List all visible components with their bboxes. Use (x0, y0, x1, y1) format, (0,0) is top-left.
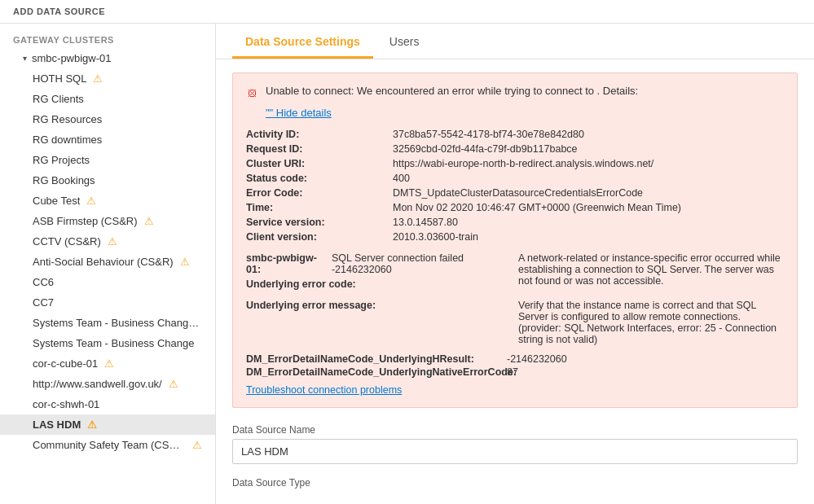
underlying-error-code-value: A network-related or instance-specific e… (518, 252, 781, 287)
underlying-error-message-value: Verify that the instance name is correct… (518, 300, 777, 345)
sidebar-item-label: RG downtimes (33, 134, 102, 146)
troubleshoot-link[interactable]: Troubleshoot connection problems (246, 384, 784, 396)
hide-details-link[interactable]: "" Hide details (266, 107, 784, 119)
sidebar-item-cube-test[interactable]: Cube Test⚠ (0, 191, 215, 211)
error-detail-label: Time: (246, 200, 393, 215)
error-detail-label: Error Code: (246, 186, 393, 200)
sidebar-item-label: RG Clients (33, 93, 84, 105)
error-detail-value: 13.0.14587.80 (393, 215, 784, 230)
error-box: ⦻ Unable to connect: We encountered an e… (232, 72, 798, 408)
sidebar-item-label: Anti-Social Behaviour (CS&R) (33, 256, 174, 268)
sidebar-item-cor-c-shwh-01[interactable]: cor-c-shwh-01 (0, 394, 215, 414)
data-source-type-field: Data Source Type (232, 477, 798, 489)
warning-icon: ⚠ (180, 256, 190, 268)
sidebar-item-label: Community Safety Team (CS&R) (33, 439, 186, 451)
dm-error-native-value: 87 (507, 366, 518, 378)
sidebar-item-label: ASB Firmstep (CS&R) (33, 215, 138, 227)
error-detail-value: DMTS_UpdateClusterDatasourceCredentialsE… (393, 186, 784, 200)
sidebar: GATEWAY CLUSTERS ▾smbc-pwbigw-01HOTH SQL… (0, 24, 216, 504)
sidebar-item-http-sandwell[interactable]: http://www.sandwell.gov.uk/⚠ (0, 374, 215, 394)
error-detail-label: Cluster URI: (246, 156, 393, 171)
warning-icon: ⚠ (192, 439, 202, 451)
warning-icon: ⚠ (86, 195, 96, 207)
error-detail-label: Status code: (246, 171, 393, 186)
sidebar-item-cc6[interactable]: CC6 (0, 272, 215, 292)
sidebar-item-label: CC6 (33, 276, 54, 288)
sidebar-item-smbc-pwbigw-01[interactable]: ▾smbc-pwbigw-01 (0, 48, 215, 68)
sidebar-item-cc7[interactable]: CC7 (0, 292, 215, 313)
warning-icon: ⚠ (93, 72, 103, 85)
data-source-type-label: Data Source Type (232, 477, 798, 489)
dm-error-native-label: DM_ErrorDetailNameCode_UnderlyingNativeE… (246, 366, 507, 378)
sidebar-item-label: Cube Test (33, 195, 80, 207)
sidebar-item-label: CCTV (CS&R) (33, 235, 101, 248)
sidebar-item-label: http://www.sandwell.gov.uk/ (33, 378, 162, 390)
error-detail-value: 2010.3.03600-train (393, 230, 784, 244)
sidebar-item-asb-firmstep[interactable]: ASB Firmstep (CS&R)⚠ (0, 211, 215, 231)
sidebar-item-cor-c-cube-01[interactable]: cor-c-cube-01⚠ (0, 353, 215, 374)
underlying-error-message-label: Underlying error message: (246, 300, 376, 311)
sidebar-item-systems-team-business-change[interactable]: Systems Team - Business Change (0, 333, 215, 353)
data-source-name-label: Data Source Name (232, 424, 798, 436)
tabs-bar: Data Source Settings Users (216, 24, 814, 59)
sidebar-item-las-hdm[interactable]: LAS HDM⚠ (0, 414, 215, 435)
sidebar-item-rg-clients[interactable]: RG Clients (0, 89, 215, 109)
error-detail-value: https://wabi-europe-north-b-redirect.ana… (393, 156, 784, 171)
error-detail-value: 37c8ba57-5542-4178-bf74-30e78e842d80 (393, 127, 784, 142)
sidebar-item-rg-downtimes[interactable]: RG downtimes (0, 129, 215, 150)
sidebar-item-label: HOTH SQL (33, 72, 86, 85)
dm-error-name-label: DM_ErrorDetailNameCode_UnderlyingHResult… (246, 353, 507, 365)
sidebar-item-label: RG Resources (33, 113, 102, 125)
tab-data-source-settings[interactable]: Data Source Settings (232, 24, 373, 59)
error-detail-label: Activity ID: (246, 127, 393, 142)
warning-icon: ⚠ (87, 419, 97, 431)
sidebar-item-label: cor-c-shwh-01 (33, 398, 99, 410)
tab-users[interactable]: Users (376, 24, 433, 59)
error-detail-label: Client version: (246, 230, 393, 244)
gateway-value: SQL Server connection failed -2146232060 (332, 252, 512, 275)
chevron-down-icon: ▾ (23, 54, 27, 63)
sidebar-item-label: Systems Team - Business Change (Firm... (33, 317, 202, 329)
sidebar-item-hoth-sql[interactable]: HOTH SQL⚠ (0, 68, 215, 89)
dm-error-name-value: -2146232060 (507, 353, 567, 365)
sidebar-item-label: RG Projects (33, 154, 90, 166)
sidebar-item-label: LAS HDM (33, 419, 81, 431)
error-detail-label: Service version: (246, 215, 393, 230)
error-title: Unable to connect: We encountered an err… (266, 85, 638, 97)
sidebar-item-label: smbc-pwbigw-01 (32, 52, 112, 64)
sidebar-item-rg-bookings[interactable]: RG Bookings (0, 170, 215, 191)
data-source-name-field: Data Source Name (232, 424, 798, 464)
error-details-table: Activity ID:37c8ba57-5542-4178-bf74-30e7… (246, 127, 784, 244)
sidebar-item-anti-social[interactable]: Anti-Social Behaviour (CS&R)⚠ (0, 252, 215, 272)
warning-icon: ⚠ (169, 378, 178, 390)
error-detail-value: 32569cbd-02fd-44fa-c79f-db9b117babce (393, 142, 784, 156)
sidebar-item-label: CC7 (33, 296, 54, 309)
sidebar-item-label: cor-c-cube-01 (33, 357, 98, 370)
content-area: Data Source Settings Users ⦻ Unable to c… (216, 24, 814, 504)
top-bar-label: ADD DATA SOURCE (13, 7, 105, 16)
top-bar: ADD DATA SOURCE (0, 0, 814, 24)
error-circle-icon: ⦻ (246, 85, 259, 100)
underlying-error-code-label: Underlying error code: (246, 278, 356, 290)
warning-icon: ⚠ (108, 235, 117, 248)
error-detail-label: Request ID: (246, 142, 393, 156)
sidebar-item-cctv[interactable]: CCTV (CS&R)⚠ (0, 231, 215, 252)
gateway-label: smbc-pwbigw-01: (246, 252, 325, 275)
sidebar-item-rg-projects[interactable]: RG Projects (0, 150, 215, 170)
data-source-name-input[interactable] (232, 439, 798, 464)
warning-icon: ⚠ (144, 215, 154, 227)
error-detail-value: Mon Nov 02 2020 10:46:47 GMT+0000 (Green… (393, 200, 784, 215)
error-detail-value: 400 (393, 171, 784, 186)
warning-icon: ⚠ (104, 357, 114, 370)
sidebar-item-label: RG Bookings (33, 174, 95, 186)
sidebar-section-label: GATEWAY CLUSTERS (0, 30, 215, 48)
sidebar-item-label: Systems Team - Business Change (33, 337, 194, 349)
sidebar-item-systems-team-business-change-firm[interactable]: Systems Team - Business Change (Firm... (0, 313, 215, 333)
sidebar-item-community-safety[interactable]: Community Safety Team (CS&R)⚠ (0, 435, 215, 455)
sidebar-item-rg-resources[interactable]: RG Resources (0, 109, 215, 129)
